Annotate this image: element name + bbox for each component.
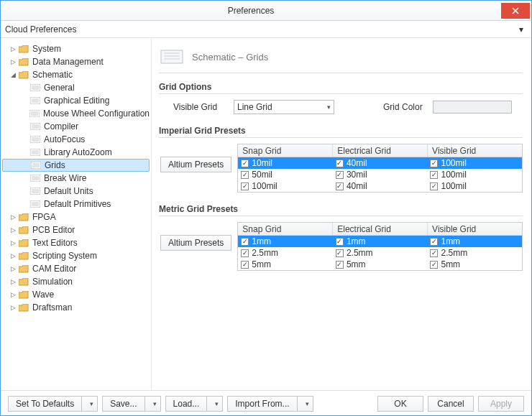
checkbox[interactable]: ✓ [430, 261, 438, 269]
ok-button[interactable]: OK [377, 396, 423, 412]
page-icon [29, 149, 41, 156]
checkbox[interactable]: ✓ [430, 249, 438, 257]
cloud-preferences-label: Cloud Preferences [5, 24, 76, 34]
bottom-button-bar: Set To Defaults ▾ Save... ▾ Load... ▾ Im… [1, 391, 531, 416]
table-row[interactable]: ✓10mil ✓40mil ✓100mil [238, 157, 522, 169]
tree-label: Data Management [32, 57, 104, 67]
apply-button[interactable]: Apply [478, 396, 524, 412]
grid-color-label: Grid Color [383, 102, 423, 112]
cloud-preferences-row[interactable]: Cloud Preferences ▾ [1, 21, 531, 38]
set-to-defaults-dropdown[interactable]: ▾ [81, 396, 98, 412]
tree-item-fpga[interactable]: ▷FPGA [2, 211, 150, 223]
checkbox[interactable]: ✓ [241, 238, 249, 246]
tree-item-autofocus[interactable]: AutoFocus [2, 133, 150, 146]
load-dropdown[interactable]: ▾ [206, 396, 223, 412]
tree-item-scripting[interactable]: ▷Scripting System [2, 249, 150, 262]
tree-item-grids[interactable]: Grids [2, 159, 150, 172]
page-icon [29, 136, 41, 143]
visible-grid-combo[interactable]: Line Grid ▾ [234, 100, 334, 114]
cancel-button[interactable]: Cancel [428, 396, 474, 412]
tree-label: Library AutoZoom [44, 147, 112, 157]
tree-item-mouse-wheel[interactable]: Mouse Wheel Configuration [2, 107, 150, 120]
table-header: Snap Grid Electrical Grid Visible Grid [238, 144, 522, 157]
checkbox[interactable]: ✓ [241, 171, 249, 179]
expand-icon[interactable]: ▷ [9, 265, 17, 272]
import-from-dropdown[interactable]: ▾ [297, 396, 313, 412]
expand-icon[interactable]: ▷ [9, 278, 17, 285]
metric-grid-table[interactable]: Snap Grid Electrical Grid Visible Grid ✓… [237, 222, 523, 271]
checkbox[interactable]: ✓ [336, 160, 344, 167]
close-button[interactable] [501, 3, 530, 19]
checkbox[interactable]: ✓ [336, 171, 344, 179]
tree-label: AutoFocus [44, 134, 85, 144]
tree-item-data-management[interactable]: ▷ Data Management [2, 55, 150, 68]
folder-icon [18, 239, 29, 247]
checkbox[interactable]: ✓ [430, 171, 438, 179]
save-dropdown[interactable]: ▾ [145, 396, 161, 412]
tree-item-text-editors[interactable]: ▷Text Editors [2, 236, 150, 249]
table-row[interactable]: ✓2.5mm ✓2.5mm ✓2.5mm [238, 247, 522, 259]
checkbox[interactable]: ✓ [241, 261, 249, 269]
checkbox[interactable]: ✓ [241, 249, 249, 257]
page-icon [29, 188, 41, 195]
tree-label: Text Editors [32, 238, 78, 248]
folder-icon [18, 58, 29, 66]
folder-icon [18, 291, 29, 299]
expand-icon[interactable]: ▷ [9, 213, 17, 221]
imperial-altium-presets-button[interactable]: Altium Presets [160, 157, 231, 172]
table-row[interactable]: ✓5mm ✓5mm ✓5mm [238, 259, 522, 270]
checkbox[interactable]: ✓ [241, 160, 249, 167]
tree-item-break-wire[interactable]: Break Wire [2, 172, 150, 185]
grid-color-swatch[interactable] [433, 101, 512, 114]
expand-icon[interactable]: ▷ [9, 58, 17, 65]
import-from-button[interactable]: Import From... [227, 396, 296, 412]
tree-item-simulation[interactable]: ▷Simulation [2, 275, 150, 288]
tree-label: Default Primitives [44, 199, 111, 209]
folder-icon [18, 71, 29, 79]
checkbox[interactable]: ✓ [430, 160, 438, 167]
expand-icon[interactable]: ▷ [9, 239, 17, 246]
set-to-defaults-button[interactable]: Set To Defaults [8, 396, 81, 412]
chevron-down-icon: ▾ [90, 400, 93, 407]
svg-rect-40 [161, 50, 183, 63]
expand-icon[interactable]: ▷ [9, 291, 17, 298]
tree-item-compiler[interactable]: Compiler [2, 120, 150, 133]
table-row[interactable]: ✓1mm ✓1mm ✓1mm [238, 236, 522, 247]
tree-item-draftsman[interactable]: ▷Draftsman [2, 301, 150, 314]
folder-icon [18, 226, 29, 234]
load-button[interactable]: Load... [165, 396, 207, 412]
tree-item-graphical-editing[interactable]: Graphical Editing [2, 94, 150, 107]
expand-icon[interactable]: ▷ [9, 226, 17, 234]
page-icon [29, 123, 41, 130]
checkbox[interactable]: ✓ [430, 238, 438, 246]
checkbox[interactable]: ✓ [336, 238, 344, 246]
preferences-tree[interactable]: ▷ System ▷ Data Management ◢ Schematic G… [1, 38, 152, 390]
tree-item-default-primitives[interactable]: Default Primitives [2, 198, 150, 211]
expand-icon[interactable]: ▷ [9, 252, 17, 259]
save-button[interactable]: Save... [102, 396, 144, 412]
checkbox[interactable]: ✓ [336, 249, 344, 257]
tree-item-schematic[interactable]: ◢ Schematic [2, 68, 150, 81]
tree-item-system[interactable]: ▷ System [2, 42, 150, 55]
metric-altium-presets-button[interactable]: Altium Presets [160, 235, 231, 251]
imperial-grid-table[interactable]: Snap Grid Electrical Grid Visible Grid ✓… [237, 144, 523, 193]
visible-grid-label: Visible Grid [173, 102, 224, 112]
group-title-imperial: Imperial Grid Presets [159, 124, 523, 138]
folder-icon [18, 265, 29, 273]
tree-item-wave[interactable]: ▷Wave [2, 288, 150, 301]
table-row[interactable]: ✓100mil ✓40mil ✓100mil [238, 180, 522, 192]
tree-item-library-autozoom[interactable]: Library AutoZoom [2, 146, 150, 159]
tree-item-cam-editor[interactable]: ▷CAM Editor [2, 262, 150, 275]
checkbox[interactable]: ✓ [336, 182, 344, 190]
checkbox[interactable]: ✓ [336, 261, 344, 269]
tree-item-pcb-editor[interactable]: ▷PCB Editor [2, 223, 150, 236]
collapse-icon[interactable]: ◢ [9, 71, 17, 78]
expand-icon[interactable]: ▷ [9, 304, 17, 311]
tree-item-default-units[interactable]: Default Units [2, 185, 150, 198]
chevron-down-icon: ▾ [306, 400, 309, 407]
tree-item-general[interactable]: General [2, 81, 150, 94]
checkbox[interactable]: ✓ [430, 182, 438, 190]
expand-icon[interactable]: ▷ [9, 45, 17, 52]
checkbox[interactable]: ✓ [241, 182, 249, 190]
table-row[interactable]: ✓50mil ✓30mil ✓100mil [238, 169, 522, 180]
